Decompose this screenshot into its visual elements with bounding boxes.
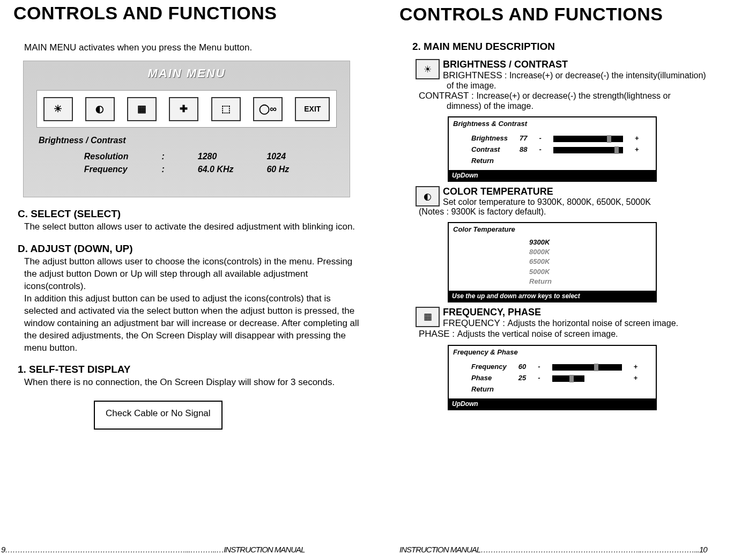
osd-color-temp: Color Temperature 9300K 8000K 6500K 5000…	[448, 222, 657, 302]
ct-6500: 6500K	[529, 257, 656, 267]
osd-brightness-contrast: Brightness & Contrast Brightness 77 - + …	[448, 116, 657, 182]
selected-item-label: Brightness / Contrast	[39, 136, 126, 145]
freq-phase-section-icon: ▦	[416, 307, 440, 327]
fp-heading: FREQUENCY, PHASE	[443, 307, 541, 317]
adjust-body: The adjust button allows user to choose …	[24, 256, 365, 354]
footer-right: INSTRUCTION MANUAL……………………………………………………….…	[399, 545, 743, 554]
main-menu-header: MAIN MENU	[147, 67, 225, 80]
osd-fp-phase-val: 25	[513, 373, 531, 383]
right-page: CONTROLS AND FUNCTIONS 2. MAIN MENU DESC…	[378, 0, 756, 554]
freq-desc: Adjusts the horizontal noise of screen i…	[508, 319, 678, 328]
brightness-icon: ☀	[43, 97, 73, 121]
ct-section: ◐ COLOR TEMPERATURE Set color temperatur…	[399, 186, 743, 207]
bc-heading: BRIGHTNESS / CONTRAST	[443, 59, 568, 70]
fp-section: ▦ FREQUENCY, PHASE FREQUENCY : Adjusts t…	[399, 307, 743, 329]
intro-text: MAIN MENU activates when you press the M…	[24, 42, 365, 53]
brightness-contrast-icon: ☀	[416, 59, 440, 79]
contrast-desc2: dimness) of the image.	[447, 101, 743, 111]
osd-bc-brightness-label: Brightness	[466, 133, 513, 143]
color-temperature-icon: ◐	[416, 186, 440, 206]
osd-fp-phase-label: Phase	[466, 373, 512, 383]
freq-label: FREQUENCY :	[443, 318, 508, 328]
select-body: The select button allows user to activat…	[24, 221, 365, 233]
page-title-left: CONTROLS AND FUNCTIONS	[13, 3, 365, 24]
osd-ct-title: Color Temperature	[449, 223, 656, 235]
osd-bc-contrast-val: 88	[514, 144, 532, 154]
osd-fp-footer: UpDown	[449, 398, 656, 409]
ct-return: Return	[529, 277, 656, 286]
brightness-label: BRIGHTNESS	[443, 70, 502, 80]
exit-icon: EXIT	[295, 97, 330, 121]
position-icon: ✚	[169, 97, 198, 121]
ct-heading: COLOR TEMPERATURE	[443, 186, 553, 197]
selftest-heading: 1. SELF-TEST DISPLAY	[18, 364, 365, 375]
osd-bc-contrast-label: Contrast	[466, 144, 513, 154]
osd-fp-title: Frequency & Phase	[449, 346, 656, 358]
osd-fp-freq-label: Frequency	[466, 361, 512, 372]
ct-8000: 8000K	[529, 247, 656, 257]
osd-bc-footer: UpDown	[449, 170, 656, 181]
ct-9300: 9300K	[529, 238, 656, 247]
res-label: Resolution	[68, 151, 145, 162]
freq-h: 64.0 KHz	[182, 164, 250, 175]
osd-bc-brightness-val: 77	[514, 133, 532, 143]
osd-fp-return: Return	[466, 384, 512, 394]
misc-icon: ◯∞	[253, 97, 283, 121]
osd-freq-phase: Frequency & Phase Frequency 60 - + Phase…	[448, 345, 657, 410]
res-v: 1024	[250, 151, 305, 162]
osd-fp-freq-val: 60	[513, 361, 531, 372]
left-page: CONTROLS AND FUNCTIONS MAIN MENU activat…	[0, 0, 378, 554]
scaling-icon: ⬚	[211, 97, 241, 121]
main-menu-desc-heading: 2. MAIN MENU DESCRIPTION	[412, 41, 743, 53]
freq-v: 60 Hz	[250, 164, 305, 175]
phase-line: PHASE : Adjusts the vertical noise of sc…	[419, 329, 743, 339]
resolution-freq-table: Resolution : 1280 1024 Frequency : 64.0 …	[67, 150, 307, 176]
ct-5000: 5000K	[529, 267, 656, 277]
contrast-desc: Increase(+) or decrease(-) the strength(…	[476, 91, 670, 100]
adjust-heading: D. ADJUST (DOWN, UP)	[18, 243, 365, 255]
phase-desc: Adjusts the vertical noise of screen ima…	[457, 329, 618, 338]
contrast-line: CONTRAST : Increase(+) or decrease(-) th…	[419, 91, 743, 101]
main-menu-icon-row: ☀ ◐ ▦ ✚ ⬚ ◯∞ EXIT	[36, 90, 337, 128]
brightness-desc2: of the image.	[447, 81, 743, 91]
ct-desc: Set color temperature to 9300K, 8000K, 6…	[443, 197, 651, 206]
osd-bc-title: Brightness & Contrast	[449, 117, 656, 130]
bc-section: ☀ BRIGHTNESS / CONTRAST BRIGHTNESS : Inc…	[399, 59, 743, 81]
osd-bc-return: Return	[466, 156, 513, 166]
color-temp-icon: ◐	[85, 97, 115, 121]
page-title-right: CONTROLS AND FUNCTIONS	[399, 4, 743, 25]
phase-label: PHASE :	[419, 329, 457, 339]
freq-phase-icon: ▦	[127, 97, 157, 121]
ct-note: (Notes : 9300K is factory default).	[419, 207, 743, 217]
footer-left: 9………………………………………………………………...………..…INSTRU…	[1, 545, 344, 554]
res-h: 1280	[182, 151, 250, 162]
no-signal-box: Check Cable or No Signal	[94, 401, 223, 430]
main-menu-screenshot: MAIN MENU ☀ ◐ ▦ ✚ ⬚ ◯∞ EXIT Brightness /…	[23, 61, 350, 197]
selftest-body: When there is no connection, the On Scre…	[24, 376, 365, 389]
select-heading: C. SELECT (SELECT)	[18, 208, 365, 220]
contrast-label: CONTRAST :	[419, 91, 476, 101]
osd-ct-list: 9300K 8000K 6500K 5000K Return	[529, 238, 656, 286]
brightness-desc: : Increase(+) or decrease(-) the intensi…	[505, 71, 706, 80]
osd-ct-footer: Use the up and down arrow keys to select	[449, 291, 656, 301]
freq-label: Frequency	[68, 164, 145, 175]
